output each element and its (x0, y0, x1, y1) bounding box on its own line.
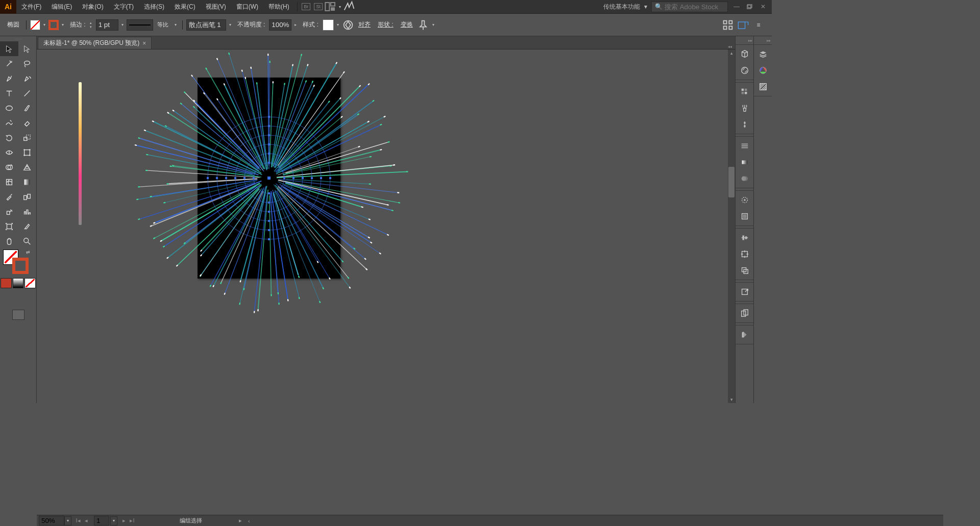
menu-file[interactable]: 文件(F) (16, 0, 46, 14)
transparency-panel-icon[interactable] (736, 170, 753, 187)
close-tab-icon[interactable]: × (142, 40, 146, 47)
hand-tool[interactable] (0, 234, 18, 248)
eyedropper-tool[interactable] (0, 189, 18, 204)
restore-button[interactable] (744, 2, 755, 11)
swatches-panel-icon[interactable] (736, 84, 753, 100)
document-tab[interactable]: 未标题-1* @ 50% (RGB/GPU 预览) × (38, 37, 152, 49)
selection-tool[interactable] (0, 41, 18, 56)
fill-dropdown[interactable]: ▾ (41, 20, 47, 30)
rotate-tool[interactable] (0, 130, 18, 145)
profile-dropdown[interactable]: ▾ (173, 20, 179, 30)
properties-panel-icon[interactable] (754, 79, 772, 95)
stroke-panel-icon[interactable] (736, 138, 753, 154)
paintbrush-tool[interactable] (18, 101, 37, 115)
fill-swatch[interactable] (30, 20, 40, 30)
gradient-tool[interactable] (18, 174, 37, 189)
magic-wand-tool[interactable] (0, 56, 18, 71)
pin-dropdown[interactable]: ▾ (430, 20, 436, 30)
line-tool[interactable] (18, 86, 37, 101)
shape-builder-tool[interactable] (0, 160, 18, 174)
symbol-sprayer-tool[interactable] (0, 204, 18, 219)
artboard-tool[interactable] (0, 219, 18, 234)
mesh-tool[interactable] (0, 174, 18, 189)
scale-tool[interactable] (18, 130, 37, 145)
appearance-panel-icon[interactable] (736, 192, 753, 208)
zoom-tool[interactable] (18, 234, 37, 248)
column-graph-tool[interactable] (18, 204, 37, 219)
symbols-panel-icon[interactable] (736, 116, 753, 133)
menu-object[interactable]: 对象(O) (77, 0, 108, 14)
layers-panel-icon[interactable] (754, 46, 772, 62)
cc-libraries-icon[interactable] (736, 62, 753, 79)
tab-collapse-icon[interactable]: ◂◂ (725, 44, 735, 49)
transform-link[interactable]: 变换 (398, 20, 416, 29)
color-mode[interactable] (1, 278, 12, 288)
direct-selection-tool[interactable] (18, 41, 37, 56)
brush-dropdown[interactable]: ▾ (227, 20, 233, 30)
arrange-dropdown[interactable]: ▾ (337, 2, 343, 12)
menu-effect[interactable]: 效果(C) (169, 0, 201, 14)
opacity-dropdown[interactable]: ▸ (292, 20, 299, 30)
style-dropdown[interactable]: ▾ (335, 20, 341, 30)
stroke-weight-input[interactable] (96, 19, 118, 31)
perspective-grid-tool[interactable] (18, 160, 37, 174)
menu-type[interactable]: 文字(T) (109, 0, 139, 14)
bridge-icon[interactable]: Br (300, 1, 312, 13)
blend-tool[interactable] (18, 189, 37, 204)
slice-tool[interactable] (18, 219, 37, 234)
asset-export-panel-icon[interactable] (736, 284, 753, 300)
shaper-tool[interactable] (0, 115, 18, 130)
stroke-profile-preview[interactable] (127, 19, 153, 31)
vertical-scrollbar[interactable]: ▴ ▾ (728, 49, 735, 403)
eraser-tool[interactable] (18, 115, 37, 130)
menu-window[interactable]: 窗口(W) (231, 0, 263, 14)
shape-link[interactable]: 形状 : (375, 20, 397, 29)
stroke-swatch[interactable] (48, 20, 59, 30)
style-swatch[interactable] (323, 19, 334, 31)
width-tool[interactable] (0, 145, 18, 160)
arrange-icon[interactable] (325, 1, 337, 13)
lasso-tool[interactable] (18, 56, 37, 71)
pin-icon[interactable] (417, 19, 429, 31)
color-panel-icon[interactable] (754, 62, 772, 79)
panel-grip[interactable]: ⋯⋯ (0, 36, 36, 41)
screen-mode[interactable] (12, 310, 24, 320)
libraries-panel-icon[interactable] (736, 46, 753, 62)
gpu-icon[interactable] (343, 1, 355, 13)
menu-select[interactable]: 选择(S) (139, 0, 169, 14)
transform-panel-icon[interactable] (736, 246, 753, 262)
stroke-square[interactable] (12, 258, 29, 274)
menu-edit[interactable]: 编辑(E) (46, 0, 77, 14)
none-mode[interactable] (24, 278, 36, 288)
close-button[interactable]: ✕ (757, 2, 769, 11)
panel-menu-icon[interactable]: ≡ (752, 19, 765, 31)
swap-fill-stroke-icon[interactable]: ⇄ (26, 249, 30, 255)
collapse-icon[interactable]: ▸▸ (754, 38, 772, 44)
minimize-button[interactable]: — (731, 2, 742, 11)
stock-search-input[interactable] (665, 3, 725, 11)
align-link[interactable]: 对齐 (355, 20, 374, 29)
scrollbar-thumb[interactable] (728, 167, 734, 197)
scroll-up-icon[interactable]: ▴ (728, 49, 735, 57)
stock-icon[interactable]: St (312, 1, 325, 13)
stock-search[interactable]: 🔍 (651, 2, 728, 12)
free-transform-tool[interactable] (18, 145, 37, 160)
stepper-up[interactable]: ▴ (90, 21, 95, 25)
artboards-panel-icon[interactable] (736, 305, 753, 321)
graphic-styles-panel-icon[interactable] (736, 208, 753, 224)
brushes-panel-icon[interactable] (736, 100, 753, 116)
menu-view[interactable]: 视图(V) (201, 0, 231, 14)
fill-stroke-box[interactable]: ⇄ (0, 248, 36, 278)
ellipse-tool[interactable] (0, 101, 18, 115)
gradient-mode[interactable] (13, 278, 24, 288)
curvature-tool[interactable] (18, 71, 37, 86)
gradient-panel-icon[interactable] (736, 154, 753, 170)
scroll-down-icon[interactable]: ▾ (728, 396, 735, 403)
pen-tool[interactable] (0, 71, 18, 86)
collapse-icon[interactable]: ▸▸ (736, 38, 753, 44)
recolor-icon[interactable] (342, 19, 354, 31)
type-tool[interactable] (0, 86, 18, 101)
stroke-dropdown[interactable]: ▾ (60, 20, 66, 30)
menu-help[interactable]: 帮助(H) (263, 0, 295, 14)
pathfinder-panel-icon[interactable] (736, 262, 753, 279)
